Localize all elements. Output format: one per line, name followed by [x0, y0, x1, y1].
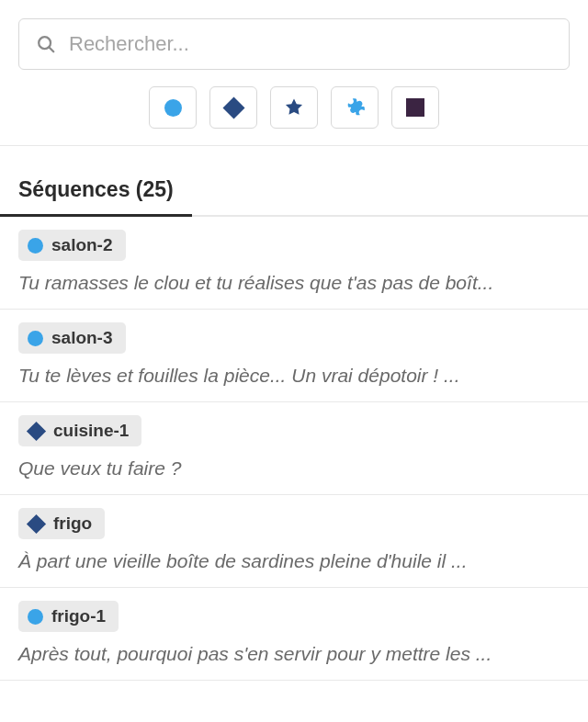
square-icon	[406, 98, 424, 117]
item-tag-label: salon-2	[51, 235, 113, 255]
item-tag[interactable]: salon-3	[18, 322, 126, 354]
item-list: salon-2Tu ramasses le clou et tu réalise…	[0, 217, 588, 681]
search-box[interactable]	[18, 18, 570, 70]
filter-square[interactable]	[391, 86, 439, 129]
tab-header: Séquences (25)	[0, 177, 588, 217]
item-tag-label: frigo	[53, 513, 92, 534]
filter-star[interactable]	[270, 86, 318, 129]
list-item[interactable]: salon-2Tu ramasses le clou et tu réalise…	[0, 217, 588, 310]
item-tag[interactable]: frigo-1	[18, 601, 119, 632]
item-preview: Que veux tu faire ?	[18, 457, 570, 479]
item-tag[interactable]: salon-2	[18, 230, 126, 261]
filter-circle[interactable]	[149, 86, 197, 129]
item-preview: Tu te lèves et fouilles la pièce... Un v…	[18, 365, 570, 387]
item-tag[interactable]: cuisine-1	[18, 415, 141, 446]
tab-sequences[interactable]: Séquences (25)	[0, 177, 192, 215]
list-item[interactable]: salon-3Tu te lèves et fouilles la pièce.…	[0, 310, 588, 402]
diamond-icon	[28, 516, 45, 532]
circle-icon	[28, 609, 43, 625]
search-icon	[36, 34, 56, 54]
list-item[interactable]: frigoÀ part une vieille boîte de sardine…	[0, 495, 588, 588]
item-tag-label: salon-3	[51, 328, 113, 348]
item-tag[interactable]: frigo	[18, 508, 105, 539]
circle-icon	[164, 99, 182, 117]
diamond-icon	[28, 423, 45, 439]
star-icon	[283, 96, 305, 118]
filter-diamond[interactable]	[209, 86, 257, 129]
item-tag-label: cuisine-1	[53, 421, 129, 441]
circle-icon	[28, 331, 43, 346]
list-item[interactable]: frigo-1Après tout, pourquoi pas s'en ser…	[0, 588, 588, 681]
filter-puzzle[interactable]	[331, 86, 379, 129]
tab-area: Séquences (25) salon-2Tu ramasses le clo…	[0, 146, 588, 681]
diamond-icon	[222, 96, 244, 118]
circle-icon	[28, 238, 43, 254]
search-area	[0, 0, 588, 146]
search-input[interactable]	[69, 32, 552, 56]
item-preview: Après tout, pourquoi pas s'en servir pou…	[18, 643, 570, 665]
tab-label: Séquences (25)	[18, 177, 174, 201]
item-tag-label: frigo-1	[51, 606, 106, 626]
item-preview: Tu ramasses le clou et tu réalises que t…	[18, 272, 570, 294]
list-item[interactable]: cuisine-1Que veux tu faire ?	[0, 402, 588, 495]
puzzle-icon	[343, 96, 367, 119]
svg-line-1	[49, 47, 53, 51]
filter-row	[18, 86, 570, 129]
item-preview: À part une vieille boîte de sardines ple…	[18, 550, 570, 572]
